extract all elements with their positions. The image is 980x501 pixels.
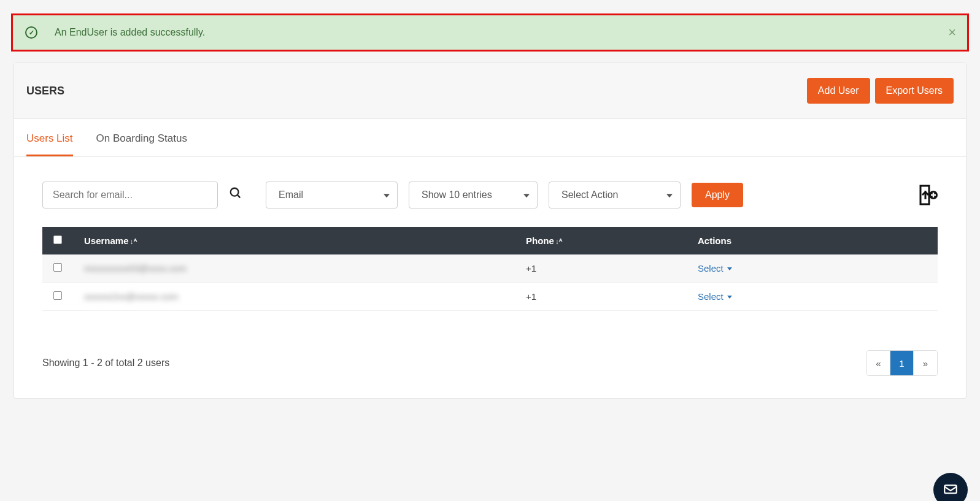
success-alert: An EndUser is added successfully. × [11,13,969,52]
apply-button[interactable]: Apply [692,183,743,207]
table-row: mxxxxxxxx03@xxxx.com +1 Select [42,254,938,283]
export-users-button[interactable]: Export Users [875,78,954,104]
filter-field-select[interactable]: Email [266,182,398,208]
bulk-action-value: Select Action [561,189,619,201]
tab-onboarding-status[interactable]: On Boarding Status [96,119,187,156]
sort-icon: ↓ᴬ [555,237,562,246]
users-table: Username↓ᴬ Phone↓ᴬ Actions mxxxxxxxx03@x… [42,227,938,311]
search-icon[interactable] [229,186,242,204]
col-phone[interactable]: Phone↓ᴬ [515,227,687,254]
table-footer: Showing 1 - 2 of total 2 users « 1 » [14,335,966,398]
tab-users-list[interactable]: Users List [26,119,73,156]
search-input[interactable] [42,182,218,208]
close-icon[interactable]: × [948,25,956,40]
panel-header: USERS Add User Export Users [14,63,966,119]
check-circle-icon [25,26,37,39]
bulk-action-select[interactable]: Select Action [549,182,681,208]
svg-rect-3 [944,485,957,493]
row-checkbox[interactable] [53,291,62,300]
page-1[interactable]: 1 [890,351,914,375]
users-panel: USERS Add User Export Users Users List O… [14,63,966,399]
import-users-icon[interactable] [917,183,938,207]
pagination: « 1 » [866,350,938,376]
row-action-select[interactable]: Select [698,263,732,273]
row-checkbox[interactable] [53,263,62,272]
chat-widget[interactable] [933,473,968,501]
add-user-button[interactable]: Add User [807,78,870,104]
entries-select[interactable]: Show 10 entries [409,182,538,208]
filters-bar: Email Show 10 entries Select Action Appl… [14,157,966,215]
phone-cell: +1 [526,263,536,273]
username-cell: sxxxxx2xx@xxxxx.com [84,291,179,302]
col-actions: Actions [687,227,938,254]
entries-value: Show 10 entries [422,189,492,201]
phone-cell: +1 [526,291,536,302]
users-table-wrap: Username↓ᴬ Phone↓ᴬ Actions mxxxxxxxx03@x… [14,215,966,335]
svg-line-1 [237,195,241,198]
sort-icon: ↓ᴬ [130,237,137,246]
filter-field-value: Email [279,189,303,201]
username-cell: mxxxxxxxx03@xxxx.com [84,263,187,273]
header-actions: Add User Export Users [807,78,954,104]
alert-message: An EndUser is added successfully. [55,27,205,38]
col-username[interactable]: Username↓ᴬ [73,227,515,254]
page-next[interactable]: » [914,351,937,375]
tabs: Users List On Boarding Status [14,119,966,157]
table-row: sxxxxx2xx@xxxxx.com +1 Select [42,283,938,311]
svg-point-0 [231,188,239,196]
page-prev[interactable]: « [867,351,890,375]
results-count: Showing 1 - 2 of total 2 users [42,358,169,369]
page-title: USERS [26,85,64,98]
row-action-select[interactable]: Select [698,291,732,302]
select-all-checkbox[interactable] [53,235,62,244]
col-checkbox [42,227,73,254]
